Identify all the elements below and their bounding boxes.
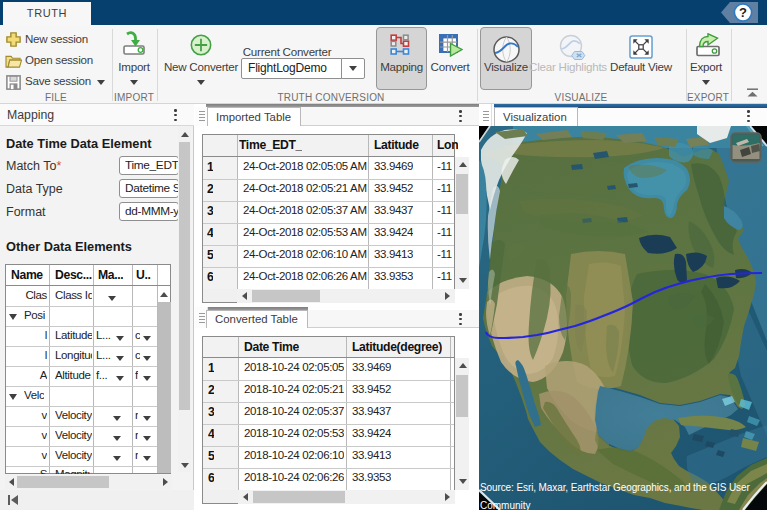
svg-text:Source: Esri, Maxar, Earthstar: Source: Esri, Maxar, Earthstar Geographi… xyxy=(480,482,750,493)
svg-text:?: ? xyxy=(739,5,747,20)
svg-text:Community: Community xyxy=(480,500,531,510)
